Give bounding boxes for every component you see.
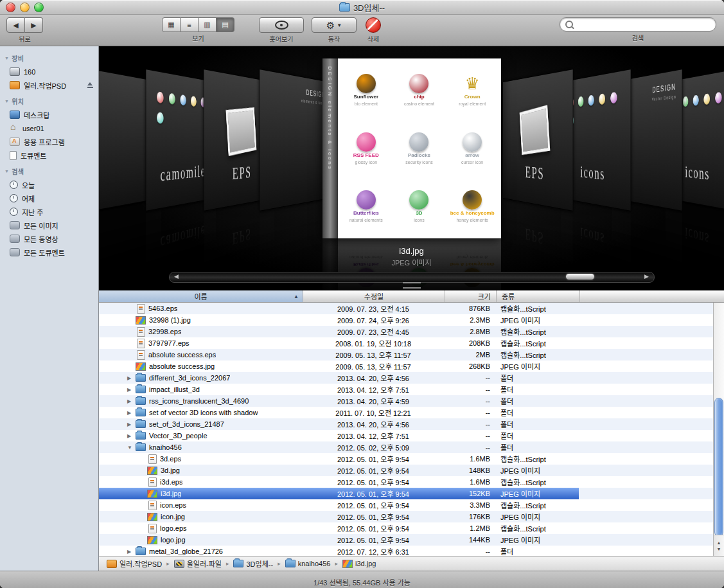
file-row[interactable]: ▼knaiho4562012. 05. 02, 오후 5:09--폴더 [99, 441, 724, 453]
file-name-cell: icon.eps [99, 499, 303, 511]
delete-button[interactable] [366, 17, 381, 33]
sidebar-item[interactable]: 오늘 [0, 178, 98, 192]
file-row[interactable]: ▶rss_icons_translucent_3d_46902013. 04. … [99, 395, 724, 407]
zoom-button[interactable] [34, 3, 44, 12]
file-row[interactable]: 3d.eps2012. 05. 01, 오후 9:541.6MB캡슐화...tS… [99, 453, 724, 465]
vertical-scrollbar[interactable]: ▲ ▼ [713, 303, 724, 556]
sidebar-item[interactable]: 데스크탑 [0, 108, 98, 121]
scroll-right-icon[interactable]: ▶ [642, 272, 652, 281]
file-row[interactable]: ▶impact_illust_3d2013. 04. 12, 오후 7:51--… [99, 384, 724, 395]
file-date: 2009. 07. 23, 오전 4:45 [303, 326, 444, 337]
sidebar-item[interactable]: 모든 이미지 [0, 218, 98, 232]
sidebar-item[interactable]: 지난 주 [0, 205, 98, 218]
coverflow-scrollbar-thumb[interactable] [566, 274, 594, 280]
file-size: -- [444, 443, 495, 451]
icon-sub: honey elements [456, 218, 488, 223]
icon-grid-item: ♛Crownroyal element [446, 61, 499, 120]
file-row[interactable]: 3d.jpg2012. 05. 01, 오후 9:54148KBJPEG 이미지 [99, 465, 724, 476]
coverflow-area[interactable]: DESIGN elements & icons Sunflowerbio ele… [99, 46, 724, 290]
file-row[interactable]: logo.eps2012. 05. 01, 오후 9:541.2MB캡슐화...… [99, 522, 724, 534]
column-header-size[interactable]: 크기 [445, 290, 497, 302]
disclosure-triangle-icon[interactable]: ▶ [127, 410, 136, 416]
sidebar-item[interactable]: 모든 동영상 [0, 232, 98, 245]
toolbar: ◀ ▶ 뒤로 ▦ ≡ ▥ ▤ 보기 훑어보기 ⚙▼ 동작 삭제 [0, 15, 724, 46]
file-row[interactable]: ▶different_3d_icons_220672013. 04. 20, 오… [99, 372, 724, 384]
quicklook-button[interactable] [259, 17, 304, 33]
file-row[interactable]: logo.jpg2012. 05. 01, 오후 9:54144KBJPEG 이… [99, 534, 724, 546]
disclosure-triangle-icon[interactable]: ▶ [127, 549, 136, 555]
icon-view-button[interactable]: ▦ [162, 17, 181, 32]
disclosure-triangle-icon[interactable]: ▼ [127, 445, 136, 450]
sidebar-item[interactable]: 응용 프로그램 [0, 135, 98, 148]
split-resize-handle[interactable] [403, 282, 421, 289]
action-button[interactable]: ⚙▼ [312, 17, 357, 33]
minimize-button[interactable] [20, 3, 30, 12]
disclosure-triangle-icon[interactable]: ▶ [127, 398, 136, 404]
column-view-button[interactable]: ▥ [199, 17, 216, 32]
forward-button[interactable]: ▶ [25, 17, 43, 33]
section-disclosure-icon[interactable]: ▼ [4, 99, 9, 103]
disclosure-triangle-icon[interactable]: ▶ [127, 433, 136, 439]
disclosure-triangle-icon[interactable]: ▶ [127, 422, 136, 427]
scroll-down-icon[interactable]: ▼ [717, 547, 721, 551]
file-row[interactable]: ▶Vector_3D_people2013. 04. 12, 오후 7:51--… [99, 430, 724, 441]
vertical-scrollbar-thumb[interactable] [714, 398, 723, 537]
back-button[interactable]: ◀ [6, 17, 25, 33]
file-row[interactable]: 3797977.eps2008. 01. 19, 오전 10:18208KB캡슐… [99, 337, 724, 349]
file-row[interactable]: icon.eps2012. 05. 01, 오후 9:543.3MB캡슐화...… [99, 499, 724, 511]
sidebar-item[interactable]: 도큐멘트 [0, 148, 98, 162]
close-button[interactable] [6, 3, 15, 12]
list-header: 이름 ▲ 수정일 크기 종류 [99, 290, 724, 303]
coverflow-item[interactable]: EPS [503, 69, 574, 211]
column-header-name[interactable]: 이름 ▲ [99, 290, 303, 302]
coverflow-item[interactable]: DESIGNelements & icons [260, 69, 330, 211]
selected-file-kind: JPEG 이미지 [99, 257, 724, 267]
file-row[interactable]: i3d.jpg2012. 05. 01, 오후 9:54152KBJPEG 이미… [99, 488, 724, 499]
file-kind: 폴더 [495, 546, 579, 556]
file-row[interactable]: absolute success.jpg2009. 05. 13, 오후 11:… [99, 361, 724, 372]
search-field[interactable] [560, 17, 716, 31]
disclosure-triangle-icon[interactable]: ▶ [127, 375, 136, 381]
scroll-left-icon[interactable]: ◀ [172, 272, 182, 281]
column-header-kind[interactable]: 종류 [497, 290, 580, 302]
title-bar[interactable]: 3D입체-- [0, 0, 724, 15]
dot-icon [610, 92, 617, 104]
folder-file-icon [136, 443, 146, 451]
file-row[interactable]: 32998.eps2009. 07. 23, 오전 4:452.8MB캡슐화..… [99, 326, 724, 337]
list-view-button[interactable]: ≡ [181, 17, 199, 32]
column-header-date[interactable]: 수정일 [303, 290, 445, 302]
path-item[interactable]: i3d.jpg [340, 559, 378, 569]
sidebar-item[interactable]: user01 [0, 121, 98, 135]
file-row[interactable]: 32998 (1).jpg2009. 07. 24, 오후 9:262.3MBJ… [99, 314, 724, 326]
coverflow-view-button[interactable]: ▤ [216, 17, 234, 32]
file-row[interactable]: 5463.eps2009. 07. 23, 오전 4:15876KB캡슐화...… [99, 303, 724, 314]
file-name: 3797977.eps [148, 339, 190, 347]
file-date: 2013. 04. 20, 오후 4:59 [303, 396, 444, 406]
coverflow-scrollbar[interactable]: ◀ ▶ [169, 272, 655, 283]
sidebar-item[interactable]: 모든 도큐멘트 [0, 245, 98, 259]
path-item[interactable]: 일러.작업PSD [104, 558, 164, 569]
file-row[interactable]: icon.jpg2012. 05. 01, 오후 9:54176KBJPEG 이… [99, 511, 724, 522]
file-row[interactable]: ▶metal_3d_globe_217262012. 07. 12, 오후 6:… [99, 546, 724, 556]
section-disclosure-icon[interactable]: ▼ [4, 56, 9, 60]
sidebar-item[interactable]: 160 [0, 65, 98, 78]
path-item[interactable]: knaiho456 [283, 559, 333, 568]
file-row[interactable]: absolute success.eps2009. 05. 13, 오후 11:… [99, 349, 724, 361]
file-row[interactable]: i3d.eps2012. 05. 01, 오후 9:541.6MB캡슐화...t… [99, 476, 724, 488]
file-kind: 폴더 [495, 419, 579, 429]
path-item[interactable]: 3D입체-- [231, 558, 276, 569]
view-group: ▦ ≡ ▥ ▤ 보기 [162, 17, 234, 43]
section-disclosure-icon[interactable]: ▼ [4, 169, 9, 174]
eject-button[interactable] [87, 82, 94, 89]
file-row[interactable]: ▶set of vector 3D icons with shadow2011.… [99, 407, 724, 418]
eps-file-icon [148, 524, 157, 533]
file-size: 2MB [444, 351, 495, 359]
coverflow-selected-item[interactable]: DESIGN elements & icons Sunflowerbio ele… [322, 58, 501, 238]
sidebar-item[interactable]: 어제 [0, 192, 98, 205]
file-row[interactable]: ▶set_of_3d_icons_214872013. 04. 20, 오후 4… [99, 418, 724, 430]
path-item[interactable]: 올일러-파일 [172, 558, 224, 569]
disclosure-triangle-icon[interactable]: ▶ [127, 387, 136, 393]
search-input[interactable] [577, 20, 711, 29]
sidebar-item[interactable]: 일러.작업PSD [0, 78, 98, 92]
scroll-up-icon[interactable]: ▲ [717, 540, 721, 545]
